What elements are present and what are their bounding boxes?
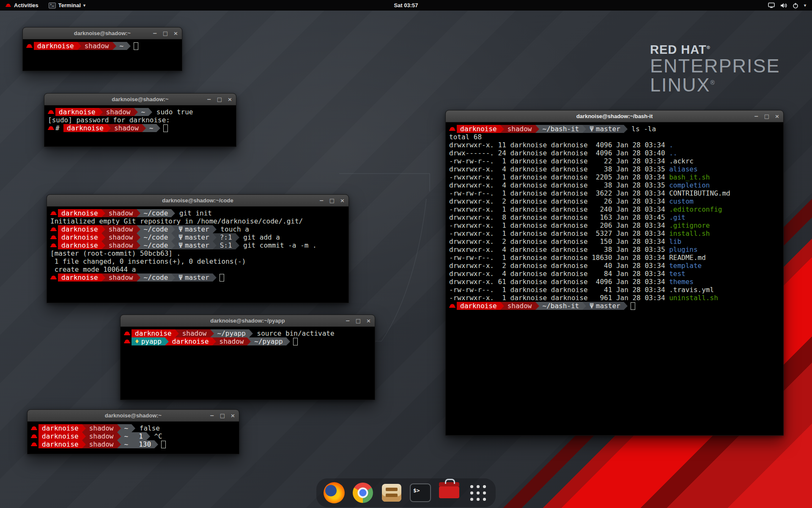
terminal-line: darknoiseshadow~/codeΨmaster touch a [50, 225, 345, 233]
terminal-dock-icon[interactable]: $> [409, 482, 431, 504]
maximize-button[interactable]: □ [220, 413, 225, 418]
prompt-segment-git: Ψmaster [586, 302, 623, 310]
window-titlebar[interactable]: darknoise@shadow:~/pyapp−□× [121, 315, 375, 327]
close-button[interactable]: × [230, 413, 235, 418]
redhat-prompt-icon [449, 125, 455, 133]
terminal-cursor [134, 42, 138, 50]
close-button[interactable]: × [366, 318, 371, 323]
window-titlebar[interactable]: darknoise@shadow:~−□× [23, 28, 182, 39]
file-meta: -rwxrwxr-x. 1 darknoise darknoise 240 Ja… [449, 205, 669, 213]
terminal-line: Initialized empty Git repository in /hom… [50, 217, 345, 225]
python-icon: ♦ [135, 337, 139, 345]
file-name: lib [669, 237, 681, 246]
activities-button[interactable]: Activities [0, 0, 44, 11]
maximize-button[interactable]: □ [217, 97, 222, 102]
terminal-content[interactable]: darknoiseshadow~ [23, 39, 182, 71]
file-meta: -rw-rw-r--. 1 darknoise darknoise 41 Jan… [449, 286, 669, 294]
terminal-window[interactable]: darknoise@shadow:~/pyapp−□×darknoiseshad… [120, 315, 375, 400]
prompt-segment-user: darknoise [34, 42, 77, 50]
minimize-button[interactable]: − [319, 198, 324, 203]
window-titlebar[interactable]: darknoise@shadow:~/bash-it−□× [446, 110, 783, 122]
prompt-segment-path: ~ [121, 440, 132, 448]
window-title: darknoise@shadow:~/code [162, 197, 233, 204]
desktop: RED HAT® ENTERPRISE LINUX® darknoise@sha… [0, 0, 812, 508]
files-dock-icon[interactable] [381, 482, 403, 504]
terminal-text: source bin/activate [253, 329, 335, 337]
terminal-line: drwxrwxr-x. 61 darknoise darknoise 4096 … [449, 278, 780, 286]
powerline-arrow [236, 233, 239, 241]
terminal-window[interactable]: darknoise@shadow:~/bash-it−□×darknoisesh… [445, 110, 784, 436]
terminal-content[interactable]: darknoiseshadow~ falsedarknoiseshadow~1 … [27, 422, 239, 454]
file-meta: drwxrwxr-x. 4 darknoise darknoise 38 Jan… [449, 165, 669, 173]
chrome-dock-icon[interactable] [352, 482, 374, 504]
close-button[interactable]: × [340, 198, 345, 203]
prompt-segment-path: ~/pyapp [214, 329, 249, 337]
terminal-line: -rw-rw-r--. 1 darknoise darknoise 3622 J… [449, 189, 780, 197]
close-button[interactable]: × [775, 113, 779, 119]
prompt-segment-path: ~ [146, 124, 157, 132]
terminal-icon [49, 3, 56, 8]
app-menu-terminal[interactable]: Terminal ▾ [44, 0, 91, 11]
minimize-button[interactable]: − [153, 30, 157, 36]
terminal-line: -rwxrwxr-x. 1 darknoise darknoise 240 Ja… [449, 205, 780, 213]
terminal-cursor [293, 338, 298, 345]
terminal-text: git add a [239, 233, 280, 241]
redhat-prompt-icon [449, 302, 455, 310]
terminal-content[interactable]: darknoiseshadow~/code git initInitialize… [47, 207, 348, 303]
firefox-dock-icon[interactable] [323, 482, 345, 504]
window-titlebar[interactable]: darknoise@shadow:~−□× [44, 94, 236, 105]
file-name: custom [669, 197, 694, 205]
prompt-segment-host: shadow [179, 329, 210, 337]
prompt-segment-host: shadow [504, 125, 535, 133]
top-bar: Activities Terminal ▾ Sat 03:57 ▾ [0, 0, 812, 11]
terminal-content[interactable]: darknoiseshadow~/pyapp source bin/activa… [121, 327, 375, 400]
maximize-button[interactable]: □ [329, 198, 335, 203]
powerline-arrow [171, 273, 175, 282]
maximize-button[interactable]: □ [163, 30, 168, 36]
maximize-button[interactable]: □ [764, 113, 769, 119]
powerline-arrow [102, 273, 105, 282]
clock[interactable]: Sat 03:57 [390, 0, 422, 11]
close-button[interactable]: × [173, 30, 178, 36]
terminal-window[interactable]: darknoise@shadow:~−□×darknoiseshadow~ [22, 27, 182, 71]
terminal-content[interactable]: darknoiseshadow~/bash-itΨmaster ls -lato… [446, 122, 783, 435]
app-menu-label: Terminal [58, 2, 81, 8]
redhat-prompt-icon [48, 124, 54, 132]
minimize-button[interactable]: − [207, 97, 211, 102]
minimize-button[interactable]: − [346, 318, 350, 323]
rhel-branding: RED HAT® ENTERPRISE LINUX® [650, 44, 780, 95]
powerline-arrow [624, 302, 628, 310]
terminal-window[interactable]: darknoise@shadow:~−□×darknoiseshadow~ fa… [27, 409, 239, 454]
minimize-button[interactable]: − [210, 413, 214, 418]
minimize-button[interactable]: − [754, 113, 759, 119]
terminal-window[interactable]: darknoise@shadow:~−□×darknoiseshadow~ su… [44, 93, 236, 147]
prompt-segment-user: darknoise [55, 108, 99, 116]
app-grid-dock-icon[interactable] [467, 482, 489, 504]
powerline-arrow [82, 424, 86, 432]
terminal-content[interactable]: darknoiseshadow~ sudo true[sudo] passwor… [44, 105, 236, 146]
redhat-prompt-icon [50, 241, 57, 249]
powerline-arrow [535, 125, 539, 133]
close-button[interactable]: × [228, 97, 232, 102]
terminal-window[interactable]: darknoise@shadow:~/code−□×darknoiseshado… [47, 194, 349, 303]
prompt-segment-git: Ψmaster [586, 125, 623, 133]
terminal-line: total 68 [449, 133, 780, 141]
window-titlebar[interactable]: darknoise@shadow:~/code−□× [47, 195, 348, 207]
redhat-prompt-icon [31, 424, 37, 432]
powerline-arrow [146, 432, 150, 440]
toolbox-dock-icon[interactable] [438, 482, 460, 504]
prompt-segment-user: darknoise [457, 125, 500, 133]
file-name: bash_it.sh [669, 173, 710, 181]
window-titlebar[interactable]: darknoise@shadow:~−□× [27, 410, 239, 422]
prompt-segment-user: darknoise [132, 329, 175, 337]
terminal-line: darknoiseshadow~1 ^C [31, 432, 236, 440]
prompt-segment-user: darknoise [38, 440, 82, 448]
powerline-arrow [500, 302, 504, 310]
prompt-segment-path: ~/code [140, 209, 172, 217]
file-name: completion [669, 181, 710, 189]
app-grid-icon [469, 483, 488, 502]
system-menu[interactable]: ▾ [765, 0, 809, 11]
powerline-arrow [500, 125, 504, 133]
maximize-button[interactable]: □ [356, 318, 361, 323]
prompt-segment-host: shadow [105, 241, 137, 249]
